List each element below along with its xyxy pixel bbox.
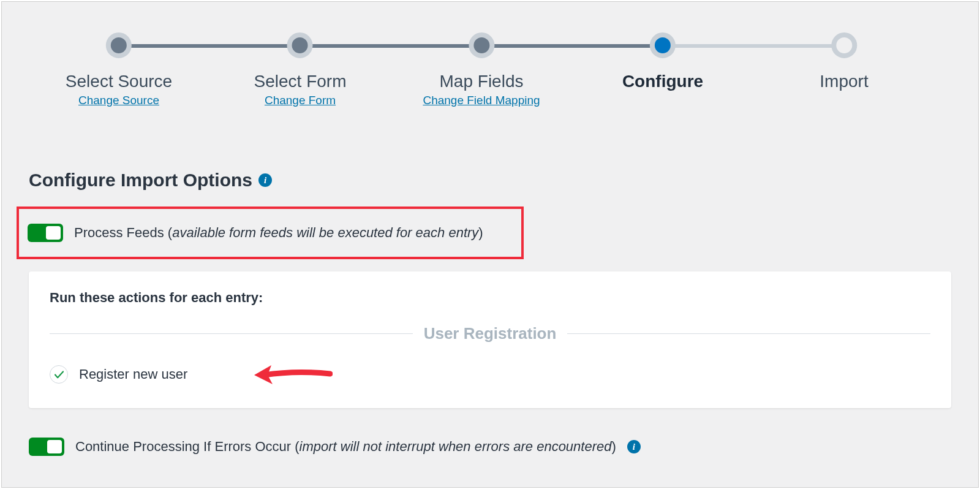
step-select-form[interactable]: Select Form Change Form [254,32,347,107]
process-feeds-toggle[interactable] [28,224,63,242]
group-label: User Registration [424,324,557,343]
paren-close: ) [612,439,616,454]
paren-open: ( [295,439,299,454]
continue-processing-text: Continue Processing If Errors Occur [75,439,295,454]
divider-line [567,333,930,334]
change-field-mapping-link[interactable]: Change Field Mapping [423,94,540,107]
step-label: Import [820,72,868,91]
info-icon[interactable]: i [627,440,641,453]
step-map-fields[interactable]: Map Fields Change Field Mapping [423,32,540,107]
step-label: Select Form [254,72,347,91]
section-title: Configure Import Options i [29,170,951,191]
step-label: Configure [622,72,703,91]
paren-close: ) [478,225,483,240]
process-feeds-highlight: Process Feeds (available form feeds will… [17,207,524,259]
action-register-new-user[interactable]: Register new user [50,365,930,384]
toggle-knob [46,226,61,240]
process-feeds-note: available form feeds will be executed fo… [172,225,478,240]
group-divider: User Registration [50,324,930,343]
toggle-knob [47,440,62,453]
process-feeds-text: Process Feeds [74,225,168,240]
action-label: Register new user [79,366,187,382]
change-form-link[interactable]: Change Form [254,94,347,107]
actions-card-title: Run these actions for each entry: [50,290,930,306]
continue-processing-note: import will not interrupt when errors ar… [300,439,612,454]
actions-card: Run these actions for each entry: User R… [29,271,951,408]
change-source-link[interactable]: Change Source [66,94,172,107]
step-circle-done-icon [106,32,132,58]
step-configure[interactable]: Configure [622,32,703,91]
step-circle-future-icon [831,32,857,58]
checkmark-icon [55,371,64,379]
divider-line [50,333,413,334]
continue-processing-label: Continue Processing If Errors Occur (imp… [75,439,616,455]
section-title-text: Configure Import Options [29,170,252,191]
action-checkbox[interactable] [50,365,68,384]
step-label: Map Fields [423,72,540,91]
step-label: Select Source [66,72,172,91]
step-import[interactable]: Import [820,32,868,91]
info-icon[interactable]: i [258,173,272,187]
step-circle-done-icon [287,32,313,58]
step-circle-done-icon [469,32,494,58]
annotation-arrow-icon [253,363,333,387]
continue-processing-toggle[interactable] [29,438,64,456]
process-feeds-label: Process Feeds (available form feeds will… [74,225,483,241]
continue-processing-row: Continue Processing If Errors Occur (imp… [29,438,951,456]
step-circle-current-icon [650,32,676,58]
step-select-source[interactable]: Select Source Change Source [66,32,172,107]
wizard-stepper: Select Source Change Source Select Form … [2,2,978,118]
